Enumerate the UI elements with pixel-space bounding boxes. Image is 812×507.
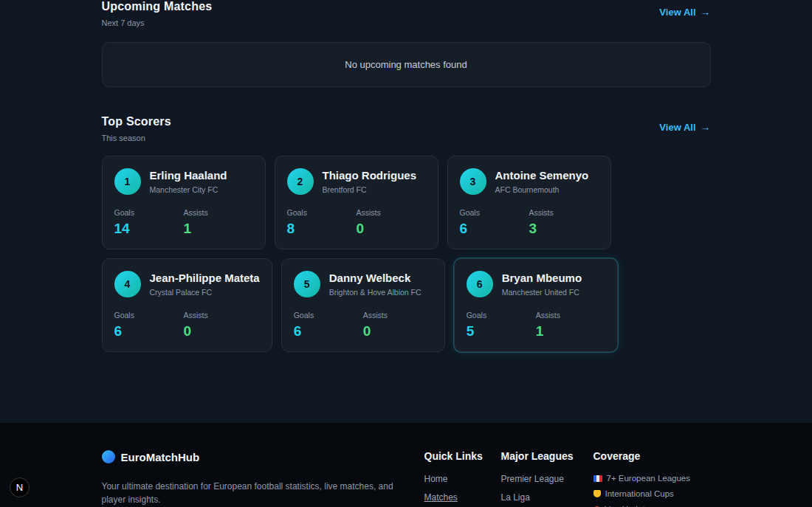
upcoming-view-all-link[interactable]: View All →	[659, 6, 710, 18]
player-name: Thiago Rodrigues	[323, 169, 417, 182]
top-scorers-section: Top Scorers This season View All → 1 Erl…	[102, 115, 711, 352]
player-card[interactable]: 2 Thiago Rodrigues Brentford FC Goals 8 …	[275, 156, 438, 249]
goals-label: Goals	[287, 208, 357, 217]
rank-badge: 2	[287, 168, 314, 195]
assists-value: 0	[184, 323, 253, 339]
top-scorers-view-all-link[interactable]: View All →	[659, 121, 710, 133]
assists-label: Assists	[184, 208, 253, 217]
assists-label: Assists	[184, 311, 253, 320]
goals-label: Goals	[114, 208, 184, 217]
assists-value: 1	[536, 323, 605, 339]
no-upcoming-matches-message: No upcoming matches found	[102, 42, 711, 87]
footer: EuroMatchHub Your ultimate destination f…	[0, 423, 812, 507]
arrow-right-icon: →	[701, 121, 711, 133]
rank-badge: 4	[114, 271, 141, 297]
goals-value: 6	[460, 221, 529, 237]
goals-label: Goals	[294, 311, 363, 320]
goals-value: 8	[287, 221, 357, 237]
rank-badge: 3	[460, 168, 486, 195]
brand-name: EuroMatchHub	[121, 451, 200, 463]
goals-label: Goals	[114, 311, 184, 320]
player-team: Crystal Palace FC	[150, 288, 260, 297]
rank-badge: 6	[467, 271, 493, 297]
footer-link-premier-league[interactable]: Premier League	[501, 474, 576, 484]
upcoming-matches-subtitle: Next 7 days	[102, 18, 213, 27]
goals-label: Goals	[467, 311, 536, 320]
coverage-title: Coverage	[593, 450, 704, 462]
player-card[interactable]: 6 Bryan Mbeumo Manchester United FC Goal…	[454, 258, 618, 352]
assists-label: Assists	[529, 208, 599, 217]
brand-logo-icon	[102, 450, 115, 463]
rank-badge: 5	[294, 271, 320, 297]
player-name: Jean-Philippe Mateta	[150, 272, 260, 284]
goals-value: 5	[467, 323, 536, 339]
player-card[interactable]: 4 Jean-Philippe Mateta Crystal Palace FC…	[102, 258, 272, 352]
footer-quick-links: Quick Links Home Matches	[424, 450, 484, 507]
view-all-label: View All	[659, 122, 695, 133]
flag-icon	[593, 475, 602, 482]
player-team: Brentford FC	[323, 185, 417, 194]
coverage-item-cups: International Cups	[605, 489, 674, 498]
goals-value: 14	[114, 221, 184, 237]
brand-tagline: Your ultimate destination for European f…	[102, 480, 410, 506]
goals-value: 6	[114, 323, 184, 339]
player-team: Manchester City FC	[150, 185, 227, 194]
nextjs-dev-badge[interactable]: N	[10, 477, 30, 497]
assists-value: 1	[184, 221, 253, 237]
player-team: Brighton & Hove Albion FC	[329, 288, 422, 297]
assists-label: Assists	[357, 208, 426, 217]
player-team: AFC Bournemouth	[495, 185, 589, 194]
rank-badge: 1	[114, 168, 141, 195]
footer-major-leagues: Major Leagues Premier League La Liga Bun…	[501, 450, 576, 507]
quick-links-title: Quick Links	[424, 450, 484, 462]
player-card[interactable]: 3 Antoine Semenyo AFC Bournemouth Goals …	[447, 156, 611, 249]
player-card[interactable]: 1 Erling Haaland Manchester City FC Goal…	[102, 156, 266, 249]
footer-link-matches[interactable]: Matches	[424, 492, 484, 503]
main-content: Upcoming Matches Next 7 days View All → …	[102, 0, 711, 423]
player-team: Manchester United FC	[502, 288, 582, 297]
top-scorers-subtitle: This season	[102, 134, 171, 142]
player-name: Antoine Semenyo	[495, 169, 589, 182]
trophy-icon	[593, 490, 601, 497]
view-all-label: View All	[659, 7, 695, 18]
coverage-item-leagues: 7+ European Leagues	[607, 474, 691, 483]
player-card[interactable]: 5 Danny Welbeck Brighton & Hove Albion F…	[281, 258, 445, 352]
arrow-right-icon: →	[701, 6, 711, 18]
upcoming-matches-title: Upcoming Matches	[102, 0, 213, 13]
assists-value: 3	[529, 221, 599, 237]
assists-label: Assists	[536, 311, 605, 320]
footer-coverage: Coverage 7+ European Leagues Internation…	[593, 450, 704, 507]
assists-label: Assists	[363, 311, 433, 320]
top-scorers-title: Top Scorers	[102, 115, 171, 128]
major-leagues-title: Major Leagues	[501, 450, 576, 462]
goals-value: 6	[294, 323, 363, 339]
goals-label: Goals	[460, 208, 529, 217]
assists-value: 0	[357, 221, 426, 237]
player-name: Erling Haaland	[150, 169, 227, 182]
top-scorers-grid: 1 Erling Haaland Manchester City FC Goal…	[102, 156, 711, 352]
footer-link-home[interactable]: Home	[424, 474, 484, 484]
player-name: Bryan Mbeumo	[502, 272, 582, 284]
assists-value: 0	[363, 323, 433, 339]
upcoming-matches-section: Upcoming Matches Next 7 days View All → …	[102, 0, 711, 87]
footer-link-la-liga[interactable]: La Liga	[501, 492, 576, 503]
player-name: Danny Welbeck	[329, 272, 422, 284]
